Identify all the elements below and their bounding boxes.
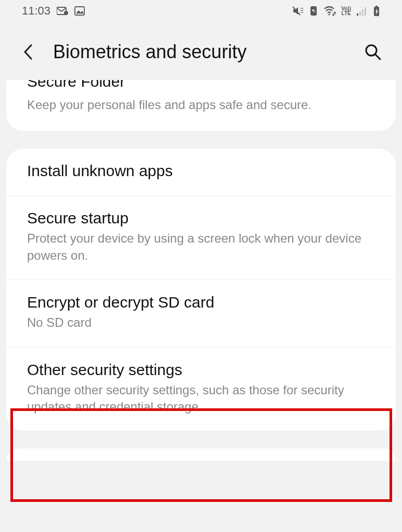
- status-bar: 11:03 Vo)) LTE: [0, 0, 402, 22]
- search-icon: [364, 43, 382, 61]
- row-subtitle: Protect your device by using a screen lo…: [27, 230, 375, 264]
- svg-rect-9: [357, 14, 358, 16]
- data-saver-icon: [309, 6, 318, 16]
- row-title: Install unknown apps: [27, 162, 375, 180]
- settings-row-encrypt-sd[interactable]: Encrypt or decrypt SD card No SD card: [6, 280, 396, 347]
- svg-rect-11: [362, 9, 364, 16]
- svg-point-1: [64, 11, 68, 15]
- svg-rect-10: [359, 11, 361, 16]
- next-card-peek: [6, 448, 396, 461]
- svg-line-16: [375, 55, 380, 59]
- status-left: 11:03: [22, 4, 85, 18]
- svg-rect-14: [375, 6, 378, 7]
- mail-icon: [57, 7, 68, 15]
- settings-row-install-unknown-apps[interactable]: Install unknown apps: [6, 149, 396, 196]
- page-header: Biometrics and security: [0, 22, 402, 84]
- row-subtitle: Keep your personal files and apps safe a…: [27, 97, 375, 113]
- row-title: Encrypt or decrypt SD card: [27, 294, 375, 311]
- back-button[interactable]: [18, 42, 38, 62]
- signal-icon: [356, 6, 368, 16]
- row-subtitle: Change other security settings, such as …: [27, 382, 375, 416]
- svg-rect-2: [75, 7, 84, 15]
- battery-charging-icon: [373, 5, 380, 17]
- page-title: Biometrics and security: [53, 41, 347, 63]
- mute-vibrate-icon: [292, 6, 304, 16]
- volte-icon: Vo)) LTE: [341, 6, 351, 16]
- settings-row-secure-folder[interactable]: Secure Folder Keep your personal files a…: [6, 80, 396, 131]
- settings-card: Install unknown apps Secure startup Prot…: [6, 149, 396, 431]
- row-title: Secure Folder: [27, 80, 375, 91]
- settings-row-other-security[interactable]: Other security settings Change other sec…: [6, 348, 396, 431]
- row-title: Secure startup: [27, 209, 375, 227]
- row-title: Other security settings: [27, 361, 375, 379]
- search-button[interactable]: [361, 41, 384, 63]
- wifi-icon: [323, 6, 336, 16]
- chevron-left-icon: [23, 44, 33, 60]
- svg-rect-12: [365, 7, 366, 16]
- status-right: Vo)) LTE: [292, 5, 380, 17]
- image-icon: [74, 6, 85, 16]
- svg-point-8: [329, 14, 330, 15]
- row-subtitle: No SD card: [27, 314, 375, 331]
- status-time: 11:03: [22, 4, 50, 18]
- settings-row-secure-startup[interactable]: Secure startup Protect your device by us…: [6, 196, 396, 280]
